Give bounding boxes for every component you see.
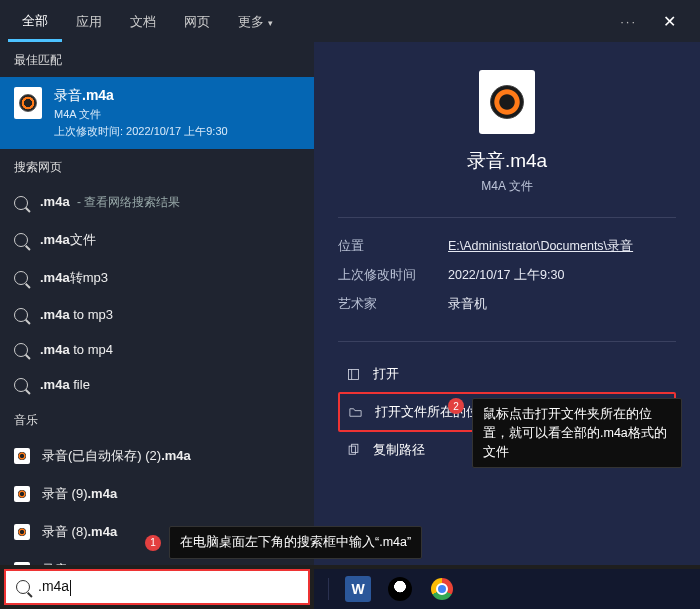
best-match-item[interactable]: 录音.m4a M4A 文件 上次修改时间: 2022/10/17 上午9:30 — [0, 77, 314, 149]
media-file-icon — [14, 486, 30, 502]
top-tab-bar: 全部 应用 文档 网页 更多 ▾ ··· ✕ — [0, 0, 700, 42]
music-result-label: 录音 (7).m4a — [42, 561, 117, 565]
web-result-label: .m4a - 查看网络搜索结果 — [40, 194, 180, 211]
preview-subtitle: M4A 文件 — [338, 178, 676, 195]
search-value: .m4a — [38, 578, 71, 595]
search-icon — [14, 343, 28, 357]
search-icon — [14, 196, 28, 210]
music-result-item[interactable]: 录音 (9).m4a — [0, 475, 314, 513]
web-result-label: .m4a to mp3 — [40, 307, 117, 322]
best-match-modified: 上次修改时间: 2022/10/17 上午9:30 — [54, 124, 228, 139]
more-options-icon[interactable]: ··· — [620, 14, 637, 29]
taskbar-qq-icon[interactable] — [387, 576, 413, 602]
annotation-1: 1 在电脑桌面左下角的搜索框中输入“.m4a” — [145, 526, 422, 559]
annotation-2: 2 鼠标点击打开文件夹所在的位置，就可以看全部的.m4a格式的文件 — [448, 398, 682, 468]
meta-modified-value: 2022/10/17 上午9:30 — [448, 267, 564, 284]
taskbar-word-icon[interactable]: W — [345, 576, 371, 602]
meta-modified-label: 上次修改时间 — [338, 267, 448, 284]
tab-web[interactable]: 网页 — [170, 2, 224, 40]
media-file-icon — [14, 448, 30, 464]
web-result-label: .m4a转mp3 — [40, 269, 112, 287]
web-result-label: .m4a文件 — [40, 231, 100, 249]
chevron-down-icon: ▾ — [268, 18, 273, 28]
web-result-item[interactable]: .m4a - 查看网络搜索结果 — [0, 184, 314, 221]
web-result-label: .m4a file — [40, 377, 94, 392]
search-icon — [14, 378, 28, 392]
meta-location-value[interactable]: E:\Administrator\Documents\录音 — [448, 238, 633, 255]
taskbar-chrome-icon[interactable] — [429, 576, 455, 602]
open-icon — [346, 367, 361, 382]
web-result-label: .m4a to mp4 — [40, 342, 117, 357]
search-input[interactable]: .m4a — [4, 569, 310, 605]
taskbar: W — [314, 569, 700, 609]
action-open[interactable]: 打开 — [338, 356, 676, 392]
annotation-badge-2: 2 — [448, 398, 464, 414]
svg-rect-2 — [352, 444, 358, 452]
web-result-item[interactable]: .m4a文件 — [0, 221, 314, 259]
close-icon[interactable]: ✕ — [655, 8, 684, 35]
music-header: 音乐 — [0, 402, 314, 437]
preview-title: 录音.m4a — [338, 148, 676, 174]
search-icon — [14, 308, 28, 322]
divider — [338, 341, 676, 342]
best-match-title: 录音.m4a — [54, 87, 228, 105]
meta-artist-label: 艺术家 — [338, 296, 448, 313]
web-result-item[interactable]: .m4a file — [0, 367, 314, 402]
best-match-subtitle: M4A 文件 — [54, 107, 228, 122]
meta-location-label: 位置 — [338, 238, 448, 255]
annotation-text-2: 鼠标点击打开文件夹所在的位置，就可以看全部的.m4a格式的文件 — [472, 398, 682, 468]
folder-icon — [348, 405, 363, 420]
copy-icon — [346, 443, 361, 458]
best-match-header: 最佳匹配 — [0, 42, 314, 77]
preview-panel: 录音.m4a M4A 文件 位置E:\Administrator\Documen… — [314, 42, 700, 565]
media-file-icon — [14, 562, 30, 565]
search-icon — [14, 233, 28, 247]
annotation-text-1: 在电脑桌面左下角的搜索框中输入“.m4a” — [169, 526, 422, 559]
tab-more[interactable]: 更多 ▾ — [224, 2, 287, 40]
annotation-badge-1: 1 — [145, 535, 161, 551]
tab-docs[interactable]: 文档 — [116, 2, 170, 40]
preview-file-icon — [479, 70, 535, 134]
svg-rect-1 — [349, 446, 355, 454]
tab-all[interactable]: 全部 — [8, 1, 62, 42]
search-icon — [14, 271, 28, 285]
media-file-icon — [14, 524, 30, 540]
web-result-item[interactable]: .m4a to mp4 — [0, 332, 314, 367]
tab-apps[interactable]: 应用 — [62, 2, 116, 40]
web-result-item[interactable]: .m4a转mp3 — [0, 259, 314, 297]
music-result-label: 录音 (8).m4a — [42, 523, 117, 541]
meta-artist-value: 录音机 — [448, 296, 487, 313]
svg-rect-0 — [349, 369, 359, 379]
search-web-header: 搜索网页 — [0, 149, 314, 184]
music-result-item[interactable]: 录音(已自动保存) (2).m4a — [0, 437, 314, 475]
music-result-label: 录音 (9).m4a — [42, 485, 117, 503]
divider — [338, 217, 676, 218]
music-result-label: 录音(已自动保存) (2).m4a — [42, 447, 191, 465]
web-result-item[interactable]: .m4a to mp3 — [0, 297, 314, 332]
results-panel: 最佳匹配 录音.m4a M4A 文件 上次修改时间: 2022/10/17 上午… — [0, 42, 314, 565]
file-icon — [14, 87, 42, 119]
search-icon — [16, 580, 30, 594]
